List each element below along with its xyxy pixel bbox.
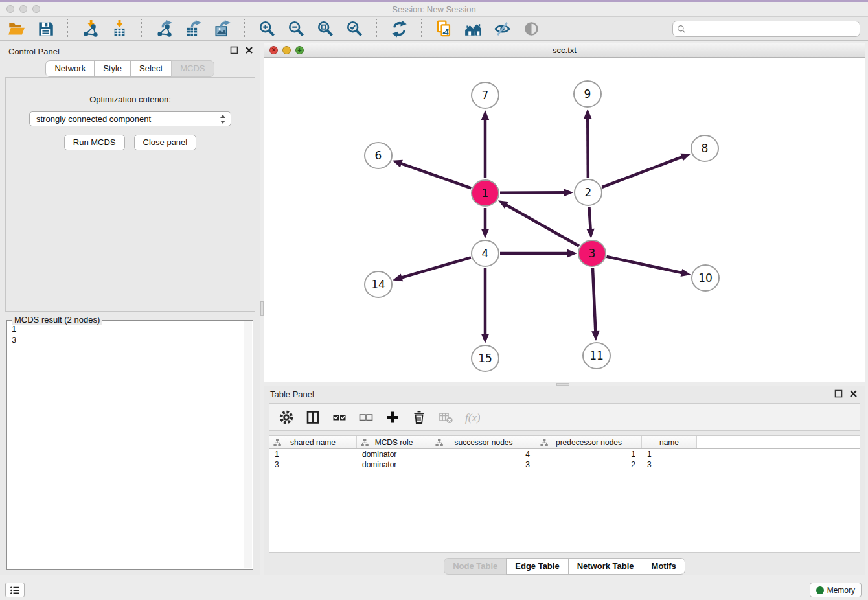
unselect-all-button[interactable] — [357, 408, 375, 426]
tab-select[interactable]: Select — [130, 60, 172, 77]
graph-edge-2-9[interactable] — [588, 117, 588, 178]
add-row-button[interactable] — [383, 408, 402, 426]
graph-edge-1-6[interactable] — [400, 163, 471, 188]
table-cell[interactable]: 4 — [431, 449, 536, 459]
column-header-shared-name[interactable]: shared name — [269, 436, 357, 448]
zoom-in-icon — [258, 20, 276, 38]
graph-edge-1-2[interactable] — [500, 192, 565, 193]
graph-node-label: 9 — [584, 87, 591, 100]
run-mcds-button[interactable]: Run MCDS — [64, 135, 125, 150]
import-table-button[interactable] — [108, 18, 130, 39]
graph-edge-arrowhead — [584, 109, 591, 119]
column-header-successor-nodes[interactable]: successor nodes — [431, 436, 536, 448]
tab-motifs[interactable]: Motifs — [643, 558, 685, 575]
search-input[interactable] — [689, 22, 857, 36]
table-panel-tabs: Node TableEdge TableNetwork TableMotifs — [264, 558, 865, 575]
mcds-result-list[interactable]: 1 3 — [8, 322, 243, 568]
memory-button[interactable]: Memory — [810, 583, 862, 597]
import-network-button[interactable] — [79, 18, 101, 39]
new-network-from-selection-button[interactable] — [433, 18, 455, 39]
tab-network[interactable]: Network — [45, 60, 95, 77]
table-cell[interactable]: 1 — [642, 449, 697, 459]
graph-edge-3-1[interactable] — [505, 205, 579, 246]
tab-style[interactable]: Style — [94, 60, 131, 77]
criterion-dropdown[interactable]: strongly connected component — [29, 111, 231, 126]
refresh-button[interactable] — [388, 18, 410, 39]
hierarchy-icon — [273, 439, 281, 446]
table-cell[interactable]: dominator — [357, 449, 431, 459]
tab-mcds[interactable]: MCDS — [171, 60, 214, 77]
graph-edge-2-3[interactable] — [589, 207, 590, 230]
graph-node-label: 7 — [482, 89, 489, 102]
tab-network-table[interactable]: Network Table — [568, 558, 643, 575]
search-box[interactable] — [672, 21, 860, 37]
column-header-MCDS-role[interactable]: MCDS role — [357, 436, 431, 448]
network-overview-button[interactable] — [462, 18, 484, 39]
graph-edge-arrowhead — [393, 273, 403, 281]
table-row[interactable]: 3dominator323 — [269, 459, 860, 470]
criterion-dropdown-value: strongly connected component — [36, 114, 151, 124]
save-session-icon — [37, 20, 54, 38]
export-image-button[interactable] — [211, 18, 233, 39]
table-row[interactable]: 1dominator411 — [269, 449, 860, 459]
add-row-icon — [385, 410, 400, 425]
network-graph[interactable]: 7968124314101511 — [264, 58, 865, 382]
graph-edge-2-8[interactable] — [602, 157, 683, 187]
import-table-icon — [111, 20, 128, 38]
table-settings-button[interactable] — [277, 408, 295, 426]
export-table-button[interactable] — [182, 18, 204, 39]
zoom-selected-button[interactable] — [343, 18, 365, 39]
graph-node-label: 3 — [589, 247, 596, 260]
zoom-in-button[interactable] — [256, 18, 278, 39]
status-bar: Memory — [0, 579, 868, 600]
task-history-button[interactable] — [5, 583, 25, 597]
table-cell[interactable]: 2 — [536, 459, 642, 470]
table-cell[interactable]: 1 — [269, 449, 357, 459]
graph-edge-3-11[interactable] — [593, 268, 595, 332]
tab-node-table[interactable]: Node Table — [444, 558, 507, 575]
float-panel-icon[interactable] — [230, 46, 238, 54]
network-canvas[interactable]: 7968124314101511 — [264, 58, 865, 382]
table-cell[interactable]: 3 — [431, 459, 536, 470]
list-icon — [10, 585, 20, 595]
network-window-titlebar[interactable]: scc.txt — [264, 43, 865, 58]
table-cell[interactable]: dominator — [357, 459, 431, 470]
float-table-panel-icon[interactable] — [834, 389, 843, 398]
delete-row-button[interactable] — [410, 408, 428, 426]
graph-edge-arrowhead — [393, 160, 403, 168]
column-mode-button[interactable] — [304, 408, 322, 426]
tab-edge-table[interactable]: Edge Table — [506, 558, 568, 575]
splitter-grip[interactable] — [556, 383, 569, 386]
open-session-button[interactable] — [5, 18, 27, 39]
graph-edge-4-14[interactable] — [401, 257, 471, 278]
graph-edge-arrowhead — [586, 229, 594, 238]
toolbar-icon-group — [5, 17, 542, 40]
table-cell[interactable]: 3 — [642, 459, 697, 470]
column-label: name — [659, 438, 679, 447]
control-panel-tabs: NetworkStyleSelectMCDS — [0, 60, 260, 77]
hide-graphics-details-icon — [494, 20, 511, 38]
close-panel-button[interactable]: Close panel — [134, 135, 197, 150]
hide-graphics-details-button[interactable] — [491, 18, 513, 39]
column-header-name[interactable]: name — [642, 436, 697, 448]
zoom-out-button[interactable] — [285, 18, 307, 39]
select-all-icon — [332, 410, 347, 425]
column-mode-icon — [305, 410, 321, 425]
show-graphics-details-button[interactable] — [520, 18, 542, 39]
refresh-icon — [391, 20, 408, 38]
save-session-button[interactable] — [34, 18, 56, 39]
function-builder-icon: f(x) — [464, 410, 480, 425]
close-panel-icon[interactable] — [245, 46, 253, 54]
table-settings-icon — [279, 410, 294, 425]
export-network-button[interactable] — [153, 18, 175, 39]
result-scrollbar[interactable] — [244, 321, 252, 568]
close-table-panel-icon[interactable] — [849, 389, 858, 398]
graph-edge-3-10[interactable] — [606, 257, 682, 273]
select-all-button[interactable] — [330, 408, 348, 426]
column-header-predecessor-nodes[interactable]: predecessor nodes — [536, 436, 642, 448]
table-cell[interactable]: 3 — [269, 459, 357, 470]
zoom-fit-button[interactable] — [314, 18, 336, 39]
table-cell[interactable]: 1 — [536, 449, 642, 459]
graph-node-label: 4 — [482, 247, 489, 260]
delete-table-button — [437, 408, 455, 426]
